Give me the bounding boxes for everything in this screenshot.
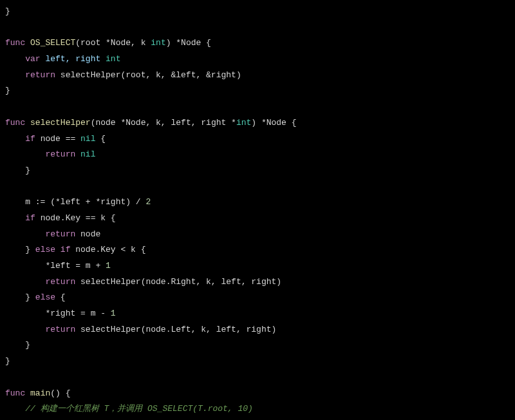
code-line: } (5, 6, 10, 16)
type-int: int (236, 118, 251, 128)
code-line: } (25, 340, 30, 350)
code-text: selectHelper(node.Left, k, left, right) (75, 325, 276, 334)
comment-line: // 构建一个红黑树 T，并调用 OS_SELECT(T.root, 10) (25, 404, 253, 414)
function-name: OS_SELECT (30, 38, 75, 48)
identifiers: left, right (41, 54, 106, 64)
code-text: selectHelper(root, k, &left, &right) (55, 70, 241, 80)
keyword-func: func (5, 388, 25, 398)
code-text: (node *Node, k, left, right * (91, 118, 236, 128)
nil-literal: nil (80, 134, 95, 144)
code-text: *left = m + (45, 261, 106, 271)
keyword-if: if (55, 245, 70, 254)
code-text: m := (*left + *right) / (25, 197, 145, 207)
keyword-else: else (35, 292, 55, 302)
code-text: *right = m - (45, 309, 110, 318)
code-line: } (25, 166, 30, 175)
number-literal: 1 (111, 309, 116, 318)
code-text: selectHelper(node.Right, k, left, right) (75, 277, 281, 287)
function-name: selectHelper (30, 118, 91, 128)
code-block: } func OS_SELECT(root *Node, k int) *Nod… (0, 0, 515, 420)
code-text: ) *Node { (166, 38, 211, 48)
code-text: } (25, 245, 35, 254)
keyword-else: else (35, 245, 55, 254)
keyword-return: return (45, 149, 75, 159)
code-text: { (55, 292, 66, 302)
code-text: node (75, 229, 100, 239)
code-line: } (5, 86, 10, 95)
code-text: } (25, 292, 35, 302)
code-text: (root *Node, k (75, 38, 151, 48)
keyword-func: func (5, 38, 25, 48)
code-text: ) *Node { (251, 118, 296, 128)
function-name: main (30, 388, 50, 398)
code-text: { (95, 134, 106, 144)
keyword-return: return (45, 325, 75, 334)
number-literal: 2 (145, 197, 151, 207)
number-literal: 1 (106, 261, 111, 271)
keyword-if: if (25, 213, 35, 223)
code-text: node.Key == k { (35, 213, 116, 223)
code-text: node == (35, 134, 80, 144)
keyword-return: return (25, 70, 55, 80)
keyword-func: func (5, 118, 25, 128)
keyword-return: return (45, 277, 75, 287)
code-text: node.Key < k { (70, 245, 145, 254)
type-int: int (151, 38, 165, 48)
keyword-return: return (45, 229, 75, 239)
code-line: } (5, 356, 10, 366)
type-int: int (106, 54, 120, 64)
nil-literal: nil (75, 149, 95, 159)
code-text: () { (50, 388, 70, 398)
keyword-if: if (25, 134, 35, 144)
keyword-var: var (25, 54, 40, 64)
